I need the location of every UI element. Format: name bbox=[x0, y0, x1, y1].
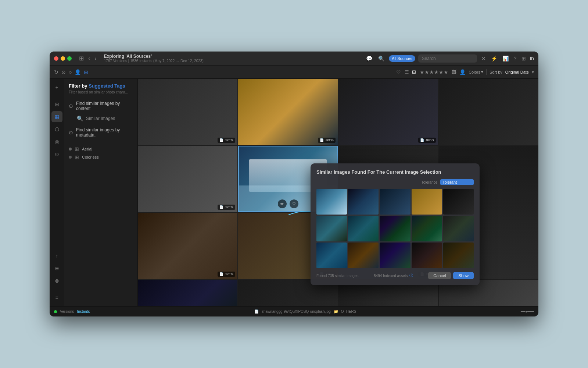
similar-images-modal: Similar Images Found For The Current Ima… bbox=[311, 163, 480, 285]
sidebar-add[interactable]: + bbox=[51, 82, 62, 93]
zoom-slider[interactable]: ━━●━━━ bbox=[521, 309, 534, 314]
status-icon: 📄 bbox=[254, 309, 259, 314]
sidebar-share[interactable]: ↑ bbox=[51, 250, 62, 261]
window-title: Exploring 'All Sources' bbox=[104, 54, 204, 59]
chat-icon[interactable]: 💬 bbox=[365, 55, 374, 62]
heart-action[interactable]: ♡ bbox=[290, 199, 298, 208]
sidebar-map[interactable]: ◎ bbox=[51, 136, 62, 147]
photo-grid: 📄JPEG 📄JPEG 📄JPEG bbox=[138, 79, 538, 306]
similar-thumb[interactable] bbox=[380, 216, 410, 241]
nav-buttons: ⊞ ‹ › bbox=[78, 54, 98, 63]
photo-item[interactable]: 📄JPEG bbox=[338, 79, 438, 145]
similar-thumb[interactable] bbox=[348, 243, 379, 268]
heart-icon[interactable]: ♡ bbox=[396, 69, 401, 75]
similar-thumb[interactable] bbox=[316, 243, 347, 268]
forward-button[interactable]: › bbox=[93, 54, 98, 63]
chart-icon[interactable]: 📊 bbox=[501, 55, 510, 62]
sidebar-plugin1[interactable]: ⊕ bbox=[51, 263, 62, 274]
stars-rating[interactable]: ★★★★★★ bbox=[420, 69, 448, 75]
info-icon: ⓘ bbox=[409, 273, 413, 278]
photo-overlay bbox=[138, 79, 237, 145]
photo-item[interactable]: 📄JPEG bbox=[238, 79, 338, 145]
help-icon[interactable]: ? bbox=[512, 55, 518, 62]
sidebar-import[interactable]: ⬡ bbox=[51, 124, 62, 135]
similar-thumb[interactable] bbox=[412, 243, 442, 268]
list-view-icon[interactable]: ☰ bbox=[404, 68, 410, 75]
maximize-button[interactable] bbox=[67, 56, 72, 61]
view-icons: ☰ ⊞ bbox=[404, 68, 417, 75]
sidebar-grid[interactable]: ⊞ bbox=[51, 99, 62, 110]
metadata-icon: ⊙ bbox=[69, 130, 73, 135]
tolerance-label: Tolerance bbox=[422, 180, 437, 184]
filter-subtitle: Filter based on similar photo chara... bbox=[69, 90, 133, 94]
similar-thumb[interactable] bbox=[443, 243, 474, 268]
similar-thumb[interactable] bbox=[412, 189, 442, 215]
layout-icon[interactable]: ⊞ bbox=[520, 55, 527, 62]
user-initials: Ih bbox=[530, 56, 534, 61]
search-icon[interactable]: 🔍 bbox=[377, 55, 386, 62]
photo-item[interactable]: 📄JPEG bbox=[138, 79, 237, 145]
assets-text: 5494 Indexed assets ⓘ bbox=[374, 273, 413, 278]
instants-tab[interactable]: Instants bbox=[77, 309, 90, 314]
tolerance-select[interactable]: Tolerant Strict Normal Very Tolerant bbox=[440, 179, 474, 185]
similar-thumb[interactable] bbox=[443, 216, 474, 241]
sidebar-menu[interactable]: ≡ bbox=[51, 292, 62, 303]
circle-icon[interactable]: ○ bbox=[69, 69, 72, 75]
similar-thumb[interactable] bbox=[443, 189, 474, 215]
filter-panel: Filter by Suggested Tags Filter based on… bbox=[64, 79, 138, 306]
filter-aerial[interactable]: ⊞ Aerial bbox=[69, 145, 133, 153]
filter-colorless[interactable]: ⊞ Colorless bbox=[69, 153, 133, 161]
similar-images-item[interactable]: 🔍 Similar Images bbox=[69, 114, 133, 123]
similar-images-label: Similar Images bbox=[86, 116, 115, 121]
photo-item[interactable] bbox=[439, 79, 538, 145]
find-similar-content[interactable]: ⊙ Find similar images by content bbox=[69, 99, 133, 113]
toolbar: ↻ ⊙ ○ 👤 ⊞ ♡ ☰ ⊞ ★★★★★★ 🖼 👤 Colors ▾ Sort… bbox=[50, 66, 538, 79]
sidebar-faces[interactable]: ⊙ bbox=[51, 149, 62, 160]
found-text: Found 735 similar images bbox=[316, 274, 359, 278]
rotate-icon[interactable]: ↻ bbox=[54, 69, 58, 75]
person-icon[interactable]: 👤 bbox=[75, 69, 81, 75]
similar-thumb[interactable] bbox=[348, 189, 379, 215]
title-bar: ⊞ ‹ › Exploring 'All Sources' 1787 Versi… bbox=[50, 52, 538, 66]
photo-badge: 📄JPEG bbox=[218, 205, 235, 210]
similar-thumb[interactable] bbox=[348, 216, 379, 241]
versions-label: Versions bbox=[60, 309, 74, 314]
similar-thumb[interactable] bbox=[380, 189, 410, 215]
find-similar-metadata[interactable]: ⊙ Find similar images by metadata. bbox=[69, 126, 133, 139]
sort-by-value[interactable]: Original Date bbox=[505, 70, 529, 74]
filter-icon[interactable]: ⚡ bbox=[490, 55, 499, 62]
grid-view-icon[interactable]: ⊞ bbox=[411, 68, 417, 75]
aerial-dot bbox=[69, 148, 72, 151]
close-x-icon[interactable]: ✕ bbox=[480, 55, 487, 62]
photo-item[interactable]: 📄JPEG bbox=[138, 213, 237, 279]
location-icon: 📁 bbox=[334, 309, 338, 314]
tag-icon[interactable]: ⊙ bbox=[61, 69, 66, 75]
similar-thumb[interactable] bbox=[412, 216, 442, 241]
back-button[interactable]: ‹ bbox=[87, 54, 92, 63]
photo-item[interactable]: 📄JPEG bbox=[138, 280, 237, 306]
photo-item[interactable]: 📄JPEG bbox=[138, 146, 237, 212]
sidebar-toggle[interactable]: ⊞ bbox=[78, 54, 85, 63]
similar-thumb[interactable] bbox=[380, 243, 410, 268]
aerial-icon: ⊞ bbox=[75, 146, 79, 152]
cancel-button[interactable]: Cancel bbox=[428, 272, 451, 279]
sidebar-plugin2[interactable]: ⊗ bbox=[51, 275, 62, 286]
suggested-tags-label: Suggested Tags bbox=[89, 83, 125, 89]
photo-badge: 📄JPEG bbox=[418, 138, 436, 143]
aerial-label: Aerial bbox=[82, 147, 92, 151]
minimize-button[interactable] bbox=[61, 56, 65, 61]
colors-button[interactable]: Colors ▾ bbox=[469, 70, 483, 74]
sidebar-photos[interactable]: ▦ bbox=[51, 111, 62, 122]
sort-chevron[interactable]: ▾ bbox=[532, 70, 534, 75]
edit-action[interactable]: ✏ bbox=[278, 199, 287, 208]
similar-thumb[interactable] bbox=[316, 189, 347, 215]
similar-thumb[interactable] bbox=[316, 216, 347, 241]
search-input[interactable] bbox=[418, 54, 477, 63]
photo-icon[interactable]: 🖼 bbox=[451, 69, 456, 75]
colors-chevron: ▾ bbox=[481, 70, 483, 74]
close-button[interactable] bbox=[54, 56, 58, 61]
show-button[interactable]: Show bbox=[453, 272, 474, 279]
star-icon-active[interactable]: ⊞ bbox=[84, 69, 88, 75]
source-badge[interactable]: All Sources bbox=[389, 55, 415, 62]
person2-icon[interactable]: 👤 bbox=[459, 69, 466, 75]
